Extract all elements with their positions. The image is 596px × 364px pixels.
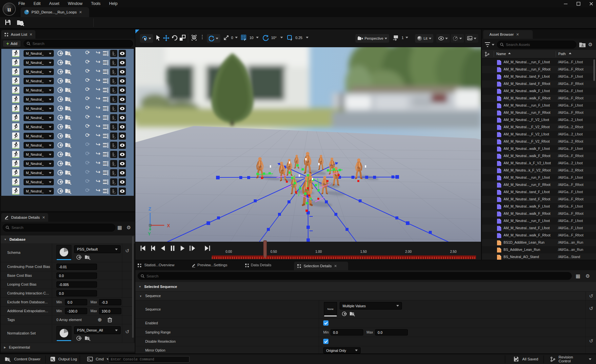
- loop-icon[interactable]: ⟳: [85, 160, 90, 166]
- asset-row[interactable]: AM_M_Neutral...walk_F_Rfoot /All/Ga...F_…: [482, 95, 596, 102]
- use-selected-asset-icon[interactable]: [57, 105, 63, 111]
- browse-to-asset-icon[interactable]: [65, 114, 72, 121]
- browse-to-asset-icon[interactable]: [65, 142, 72, 148]
- scrollbar[interactable]: [593, 59, 595, 81]
- pose-list-icon[interactable]: [103, 88, 109, 93]
- pose-list-icon[interactable]: [103, 69, 109, 74]
- loop-icon[interactable]: ⟳: [85, 105, 90, 111]
- browse-to-asset-icon[interactable]: [65, 133, 72, 139]
- asset-list-tab[interactable]: Asset List ✕: [1, 30, 35, 39]
- perspective-button[interactable]: Perspective: [355, 34, 389, 43]
- reset-to-default-icon[interactable]: ↺: [125, 329, 129, 335]
- select-tool-icon[interactable]: [156, 35, 161, 41]
- mirror-icon[interactable]: ↪: [96, 123, 100, 130]
- asset-list-row[interactable]: M_Neutral_ ⟳ ↪: [1, 168, 134, 177]
- console-command-input[interactable]: Enter Console Command: [108, 356, 189, 363]
- browse-to-asset-icon[interactable]: [65, 160, 72, 167]
- mirror-icon[interactable]: ↪: [96, 132, 100, 139]
- asset-row[interactable]: AM_M_Neutral...tand_F_Rfoot /All/Ga...F_…: [482, 80, 596, 88]
- browse-to-asset-icon[interactable]: [65, 105, 72, 111]
- retarget-icon[interactable]: [110, 96, 117, 103]
- visibility-eye-icon[interactable]: [119, 123, 126, 131]
- asset-row[interactable]: AM_M_Neutral...k_F_V2_Lfoot /All/Ga...2_…: [482, 160, 596, 167]
- mirror-icon[interactable]: ↪: [96, 68, 100, 74]
- asset-row[interactable]: AM_M_Neutral..._run_F_Lfoot /All/Ga...F_…: [482, 102, 596, 109]
- focus-camera-icon[interactable]: [191, 34, 197, 41]
- scale-tool-icon[interactable]: [179, 35, 186, 41]
- tab-preview-settings[interactable]: Preview...Settings: [197, 263, 227, 267]
- use-selected-asset-icon[interactable]: [57, 124, 63, 130]
- asset-name-dropdown[interactable]: M_Neutral_: [24, 142, 54, 149]
- pose-list-icon[interactable]: [103, 133, 109, 139]
- mirror-icon[interactable]: ↪: [96, 86, 100, 93]
- asset-list-row[interactable]: M_Neutral_ ⟳ ↪: [1, 187, 134, 196]
- asset-search[interactable]: Search Assets: [497, 41, 576, 49]
- pose-list-icon[interactable]: [103, 143, 109, 148]
- close-panel-icon[interactable]: ✕: [516, 32, 519, 37]
- close-panel-icon[interactable]: ✕: [42, 215, 45, 220]
- viewport[interactable]: ⋮ 0 10 10° 0.25 Perspective 1: [135, 30, 481, 260]
- column-name[interactable]: Name: [496, 52, 506, 56]
- retarget-icon[interactable]: [110, 123, 117, 131]
- asset-row[interactable]: AM_M_Neutral...walk_F_Lfoot /All/Ga...F_…: [482, 145, 596, 152]
- close-panel-icon[interactable]: ✕: [30, 32, 32, 37]
- asset-row[interactable]: AM_M_Neutral..._run_F_Lfoot /All/Ga...F_…: [482, 174, 596, 181]
- asset-list-row[interactable]: M_Neutral_ ⟳ ↪: [1, 76, 134, 86]
- asset-browser-tab[interactable]: Asset Browser ✕: [483, 30, 533, 39]
- browse-to-asset-icon[interactable]: [65, 59, 72, 66]
- minimize-button[interactable]: [564, 2, 568, 6]
- surface-snapping-icon[interactable]: [223, 35, 229, 41]
- all-saved-button[interactable]: All Saved: [509, 354, 543, 364]
- asset-row[interactable]: AM_M_Neutra...k_F_V2_Rfoot /All/Ga...2_R…: [482, 167, 596, 174]
- revision-control-button[interactable]: Revision Control: [546, 354, 596, 364]
- visibility-eye-icon[interactable]: [119, 132, 126, 140]
- settings-gear-icon[interactable]: ⚙: [588, 41, 592, 48]
- details-search[interactable]: Search: [138, 272, 572, 280]
- browse-to-asset-icon[interactable]: [65, 87, 72, 93]
- use-selected-asset-icon[interactable]: [76, 254, 82, 260]
- display-options-icon[interactable]: ▦: [117, 224, 122, 231]
- menu-item[interactable]: Asset: [49, 1, 59, 6]
- asset-row[interactable]: AM_M_Neutral..._run_F_Rfoot /All/Ga...F_…: [482, 181, 596, 189]
- browse-to-asset-icon[interactable]: [65, 179, 72, 185]
- save-icon[interactable]: [4, 19, 11, 26]
- reset-to-default-icon[interactable]: ↺: [589, 338, 593, 344]
- pose-list-icon[interactable]: [103, 170, 109, 175]
- retarget-icon[interactable]: [110, 59, 117, 66]
- tab-data-details[interactable]: Data Details: [251, 263, 271, 267]
- loop-icon[interactable]: ⟳: [85, 59, 90, 65]
- asset-list-row[interactable]: M_Neutral_ ⟳ ↪: [1, 177, 134, 187]
- asset-list-row[interactable]: M_Neutral_ ⟳ ↪: [1, 104, 134, 113]
- rotation-snap-icon[interactable]: [263, 34, 269, 41]
- maximize-button[interactable]: [576, 2, 581, 6]
- close-tab-icon[interactable]: ✕: [79, 10, 82, 14]
- asset-row[interactable]: AM_M_Neutral...tand_F_Lfoot /All/Ga...F_…: [482, 189, 596, 196]
- loop-icon[interactable]: ⟳: [85, 114, 90, 120]
- database-section-header[interactable]: ▼Database: [1, 235, 135, 243]
- mirror-icon[interactable]: ↪: [96, 50, 100, 56]
- visibility-eye-icon[interactable]: [119, 188, 126, 195]
- sequence-dropdown[interactable]: Multiple Values: [340, 302, 402, 310]
- show-flags-button[interactable]: [436, 34, 450, 43]
- browse-to-asset-icon[interactable]: [65, 124, 72, 130]
- use-selected-asset-icon[interactable]: [57, 50, 63, 56]
- pose-list-icon[interactable]: [103, 189, 109, 194]
- retarget-icon[interactable]: [110, 114, 117, 121]
- view-mode-options-button[interactable]: [451, 34, 464, 43]
- visibility-eye-icon[interactable]: [119, 178, 126, 186]
- select-mode-button[interactable]: [140, 34, 153, 43]
- reset-to-default-icon[interactable]: ↺: [125, 248, 129, 254]
- asset-name-dropdown[interactable]: M_Neutral_: [24, 105, 54, 112]
- rotation-mode-button[interactable]: [207, 34, 220, 43]
- asset-row[interactable]: AM_M_Neutral..._F_V2_Rfoot /All/Ga...2_R…: [482, 138, 596, 145]
- pose-list-icon[interactable]: [103, 51, 109, 56]
- disable-reselection-checkbox[interactable]: [323, 339, 328, 344]
- browse-to-asset-icon[interactable]: [85, 335, 91, 341]
- delete-all-icon[interactable]: [108, 317, 112, 322]
- loop-icon[interactable]: ⟳: [85, 132, 90, 139]
- exclude-min-input[interactable]: 0.0: [65, 299, 87, 305]
- pose-list-icon[interactable]: [103, 78, 109, 84]
- mirror-icon[interactable]: ↪: [96, 169, 100, 175]
- retarget-icon[interactable]: [110, 50, 117, 57]
- asset-row[interactable]: AM_M_Neutral..._run_F_Lfoot /All/Ga...F_…: [482, 59, 596, 66]
